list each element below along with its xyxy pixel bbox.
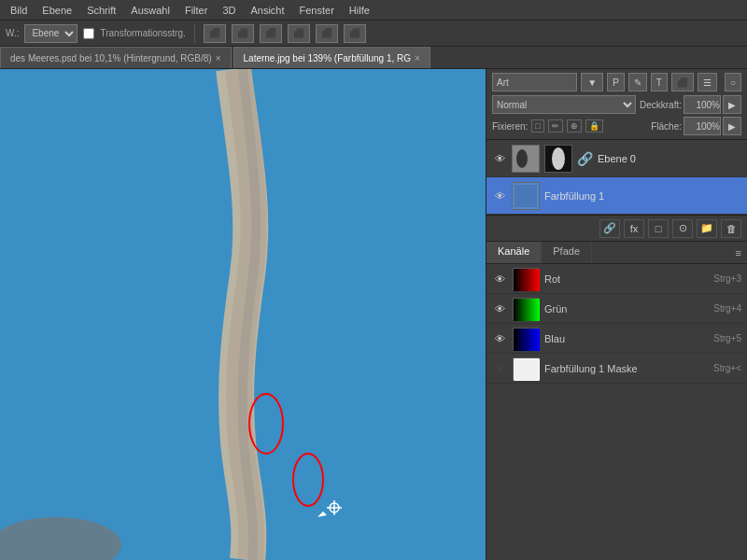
filter-btn3[interactable]: T — [651, 73, 668, 91]
channel-rot-shortcut: Strg+3 — [713, 273, 741, 284]
channel-gruen-eye[interactable]: 👁 — [492, 301, 507, 316]
opacity-row: Deckkraft: ▶ — [640, 95, 741, 114]
new-group-btn[interactable]: 📁 — [697, 219, 717, 238]
filter-btn4[interactable]: ⬛ — [671, 73, 694, 91]
align-center-btn[interactable]: ⬛ — [232, 24, 254, 43]
channel-blau[interactable]: 👁 Blau Strg+5 — [486, 324, 747, 354]
blend-row: Normal Deckkraft: ▶ — [492, 95, 741, 114]
new-adj-btn[interactable]: ⊙ — [672, 219, 693, 238]
layer-dropdown[interactable]: Ebene — [24, 24, 78, 43]
doc-tab-0-close[interactable]: × — [216, 53, 221, 63]
lock-pixels-btn[interactable]: □ — [531, 119, 543, 133]
blend-mode-dropdown[interactable]: Normal — [492, 95, 636, 114]
search-type-btn[interactable]: ▼ — [581, 73, 603, 91]
menu-3d[interactable]: 3D — [216, 3, 242, 18]
svg-point-2 — [293, 454, 323, 506]
opacity-input[interactable] — [684, 95, 721, 114]
bottom-tabs: Kanäle Pfade ≡ — [486, 242, 747, 264]
menu-hilfe[interactable]: Hilfe — [343, 3, 376, 18]
filter-btn5[interactable]: ☰ — [698, 73, 717, 91]
options-w-label: W.: — [6, 28, 19, 38]
filter-btn1[interactable]: P — [607, 73, 625, 91]
main-area: ▼ P ✎ T ⬛ ☰ ○ Normal Deckkraft: ▶ Fixie — [0, 69, 747, 560]
fill-arrow[interactable]: ▶ — [723, 117, 741, 135]
layer-1-eye[interactable]: 👁 — [492, 189, 507, 203]
doc-tab-1-close[interactable]: × — [415, 53, 420, 63]
channel-mask-name: Farbfüllung 1 Maske — [544, 363, 708, 374]
menu-ansicht[interactable]: Ansicht — [244, 3, 290, 18]
channel-rot[interactable]: 👁 Rot Strg+3 — [486, 264, 747, 294]
search-input[interactable] — [497, 77, 572, 88]
menu-schrift[interactable]: Schrift — [80, 3, 122, 18]
doc-tab-1-label: Laterne.jpg bei 139% (Farbfüllung 1, RG — [244, 53, 412, 63]
menu-auswahl[interactable]: Auswahl — [124, 3, 176, 18]
channel-gruen[interactable]: 👁 Grün Strg+4 — [486, 294, 747, 324]
svg-point-0 — [0, 517, 121, 560]
layer-0-chain: 🔗 — [577, 151, 593, 166]
lock-row: Fixieren: □ ✏ ⊕ 🔒 Fläche: ▶ — [492, 117, 741, 135]
transform-label: Transformationsstrg. — [100, 28, 185, 38]
menu-ebene[interactable]: Ebene — [35, 3, 78, 18]
layer-1-name: Farbfüllung 1 — [544, 190, 741, 202]
channel-mask-eye[interactable]: 👁 — [492, 361, 507, 376]
align-middle-btn[interactable]: ⬛ — [316, 24, 338, 43]
tab-kanaele[interactable]: Kanäle — [486, 242, 542, 263]
layer-item-1[interactable]: 👁 Farbfüllung 1 — [486, 177, 747, 215]
filter-btn2[interactable]: ✎ — [628, 73, 647, 91]
lock-move-btn[interactable]: ⊕ — [567, 119, 582, 133]
align-bottom-btn[interactable]: ⬛ — [344, 24, 366, 43]
channel-mask-shortcut: Strg+< — [713, 363, 741, 373]
channel-blau-name: Blau — [544, 333, 708, 344]
lock-all-btn[interactable]: 🔒 — [585, 119, 603, 133]
channel-gruen-name: Grün — [544, 303, 708, 315]
add-mask-btn[interactable]: □ — [648, 219, 669, 238]
layers-top: ▼ P ✎ T ⬛ ☰ ○ Normal Deckkraft: ▶ Fixie — [486, 69, 747, 140]
channel-rot-eye[interactable]: 👁 — [492, 272, 507, 287]
svg-rect-15 — [514, 329, 540, 351]
doc-tab-0[interactable]: des Meeres.psd bei 10,1% (Hintergrund, R… — [0, 47, 232, 68]
channel-blau-eye[interactable]: 👁 — [492, 331, 507, 346]
layer-0-name: Ebene 0 — [598, 153, 741, 164]
svg-rect-13 — [514, 269, 540, 291]
channel-mask-thumb — [513, 357, 539, 380]
svg-rect-14 — [514, 299, 540, 321]
fx-btn[interactable]: fx — [624, 219, 644, 238]
svg-rect-17 — [514, 359, 539, 380]
menu-bar: Bild Ebene Schrift Auswahl Filter 3D Ans… — [0, 0, 747, 21]
layer-0-thumb — [512, 145, 540, 173]
align-right-btn[interactable]: ⬛ — [260, 24, 282, 43]
lock-draw-btn[interactable]: ✏ — [548, 119, 563, 133]
options-bar: W.: Ebene Transformationsstrg. ⬛ ⬛ ⬛ ⬛ ⬛… — [0, 21, 747, 47]
align-left-btn[interactable]: ⬛ — [204, 24, 226, 43]
align-top-btn[interactable]: ⬛ — [288, 24, 310, 43]
right-panel: ▼ P ✎ T ⬛ ☰ ○ Normal Deckkraft: ▶ Fixie — [486, 69, 747, 560]
rope-svg — [0, 69, 486, 560]
channel-mask[interactable]: 👁 Farbfüllung 1 Maske Strg+< — [486, 354, 747, 384]
fill-input[interactable] — [684, 117, 721, 135]
canvas-area[interactable] — [0, 69, 486, 560]
channel-rot-thumb — [513, 268, 539, 290]
opacity-arrow[interactable]: ▶ — [723, 95, 741, 114]
svg-point-8 — [516, 149, 528, 168]
delete-layer-btn[interactable]: 🗑 — [721, 219, 741, 238]
layer-item-0[interactable]: 👁 🔗 Ebene 0 — [486, 140, 747, 177]
bottom-tab-menu[interactable]: ≡ — [730, 242, 747, 263]
layer-0-eye[interactable]: 👁 — [492, 151, 507, 166]
tab-pfade[interactable]: Pfade — [542, 242, 592, 263]
layers-list: 👁 🔗 Ebene 0 👁 — [486, 140, 747, 216]
doc-tabs: des Meeres.psd bei 10,1% (Hintergrund, R… — [0, 47, 747, 69]
svg-marker-6 — [317, 511, 327, 517]
lock-label: Fixieren: — [492, 121, 528, 132]
menu-bild[interactable]: Bild — [4, 3, 34, 18]
doc-tab-0-label: des Meeres.psd bei 10,1% (Hintergrund, R… — [10, 53, 212, 63]
layer-1-thumb — [512, 182, 540, 210]
menu-filter[interactable]: Filter — [178, 3, 214, 18]
transform-check[interactable] — [83, 28, 94, 39]
doc-tab-1[interactable]: Laterne.jpg bei 139% (Farbfüllung 1, RG … — [233, 47, 430, 68]
svg-point-10 — [552, 147, 565, 170]
menu-fenster[interactable]: Fenster — [293, 3, 341, 18]
link-layers-btn[interactable]: 🔗 — [599, 219, 620, 238]
filter-toggle[interactable]: ○ — [725, 73, 741, 91]
search-box[interactable] — [492, 73, 577, 91]
layers-toolbar: 🔗 fx □ ⊙ 📁 🗑 — [486, 216, 747, 242]
